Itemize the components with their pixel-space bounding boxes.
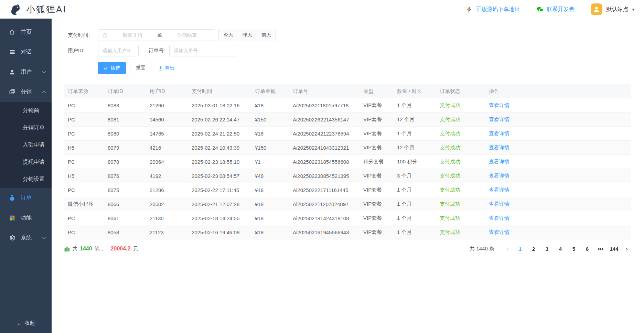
cell-amount: ¥18: [251, 183, 289, 197]
cell-action: 查看详情: [485, 141, 631, 155]
cell-order-id: 8058: [104, 225, 146, 239]
day-before-button[interactable]: 前天: [257, 29, 276, 41]
pagination-ellipsis[interactable]: •••: [595, 246, 606, 252]
sidebar-item-user[interactable]: 用户: [0, 62, 52, 82]
cell-source: PC: [64, 98, 104, 112]
view-detail-link[interactable]: 查看详情: [489, 187, 509, 193]
submenu-item[interactable]: 入驻申请: [0, 136, 52, 153]
sidebar-item-chat[interactable]: 对话: [0, 42, 52, 62]
pagination-next-button[interactable]: ›: [622, 246, 631, 252]
sidebar-item-feature[interactable]: 功能: [0, 208, 52, 228]
pagination-pages: 123456•••144: [515, 246, 619, 252]
cell-type: VIP套餐: [360, 141, 394, 155]
view-detail-link[interactable]: 查看详情: [489, 201, 509, 207]
cell-quantity: 3 个月: [394, 169, 436, 183]
view-detail-link[interactable]: 查看详情: [489, 102, 509, 108]
view-detail-link[interactable]: 查看详情: [489, 130, 509, 136]
sidebar-item-label: 用户: [21, 68, 32, 76]
clock-icon: [103, 33, 108, 38]
cell-quantity: 1 个月: [394, 127, 436, 141]
view-detail-link[interactable]: 查看详情: [489, 144, 509, 150]
user-icon: [9, 69, 15, 75]
pay-time-label: 支付时间:: [68, 32, 93, 39]
filter-button[interactable]: 筛选: [98, 62, 126, 74]
cell-source: H5: [64, 141, 104, 155]
submenu-item[interactable]: 分销设置: [0, 171, 52, 188]
cell-action: 查看详情: [485, 155, 631, 169]
order-table: 订单来源 订单ID 用户ID 支付时间 订单金额 订单号 类型 数量 / 时长 …: [64, 84, 631, 239]
view-detail-link[interactable]: 查看详情: [489, 173, 509, 179]
pagination-prev-button[interactable]: ‹: [503, 246, 512, 252]
cell-order-no: Ai202502230854521395: [289, 169, 360, 183]
view-detail-link[interactable]: 查看详情: [489, 159, 509, 164]
collapse-sidebar-button[interactable]: ← 收起: [0, 313, 52, 333]
stats-amount-unit: 元: [133, 246, 138, 252]
cell-pay-time: 2025-03-01 18:02:16: [188, 98, 251, 112]
source-code-label: 正版源码下单地址: [476, 6, 520, 13]
filter-row-paytime: 支付时间: 至 今天 昨天 前天: [68, 29, 631, 41]
sidebar-item-label: 首页: [21, 29, 32, 36]
cell-amount: ¥150: [251, 112, 289, 127]
submenu-item[interactable]: 提现申请: [0, 153, 52, 171]
cell-status: 支付成功: [436, 98, 485, 112]
sidebar-item-system[interactable]: 系统: [0, 228, 52, 248]
cell-user-id: 21123: [146, 225, 188, 239]
order-stats: 共 1440 笔， 20004.2 元: [64, 246, 138, 252]
cell-order-id: 8075: [104, 183, 146, 197]
cell-type: VIP套餐: [360, 225, 394, 239]
submenu-item[interactable]: 分销订单: [0, 119, 52, 136]
pagination-page-2[interactable]: 2: [528, 246, 539, 252]
cell-type: 积分套餐: [360, 155, 394, 169]
source-code-link[interactable]: 正版源码下单地址: [465, 6, 520, 13]
cell-user-id: 4192: [146, 169, 188, 183]
cell-order-id: 8078: [104, 155, 146, 169]
site-selector[interactable]: 默认站点 ▾: [591, 3, 634, 15]
view-detail-link[interactable]: 查看详情: [489, 116, 509, 122]
stats-count: 1440: [80, 246, 92, 252]
order-no-input[interactable]: [169, 45, 238, 56]
contact-developer-link[interactable]: 联系开发者: [536, 6, 574, 13]
user-id-input[interactable]: [98, 45, 139, 56]
cell-user-id: 4216: [146, 141, 188, 155]
submenu-item[interactable]: 分销商: [0, 102, 52, 119]
pagination: 共 1440 条 ‹ 123456•••144 ›: [470, 246, 631, 252]
cell-user-id: 21260: [146, 98, 188, 112]
cell-type: VIP套餐: [360, 98, 394, 112]
view-detail-link[interactable]: 查看详情: [489, 215, 509, 221]
sidebar-item-home[interactable]: 首页: [0, 22, 52, 42]
col-action: 操作: [485, 84, 631, 98]
pagination-page-1[interactable]: 1: [515, 246, 525, 252]
pagination-page-4[interactable]: 4: [555, 246, 566, 252]
sidebar-item-distribution[interactable]: 分销: [0, 82, 52, 102]
time-end-input[interactable]: [164, 32, 211, 38]
date-range-separator: 至: [158, 32, 162, 38]
col-quantity: 数量 / 时长: [394, 84, 436, 98]
chevron-down-icon: [42, 236, 46, 239]
pagination-page-144[interactable]: 144: [609, 246, 619, 252]
caret-down-icon: ▾: [632, 7, 634, 12]
view-detail-link[interactable]: 查看详情: [489, 229, 509, 235]
cell-user-id: 21286: [146, 183, 188, 197]
pagination-page-3[interactable]: 3: [542, 246, 552, 252]
order-no-label: 订单号:: [148, 47, 165, 54]
today-button[interactable]: 今天: [219, 29, 238, 41]
cell-order-no: Ai202502211207024897: [289, 197, 360, 211]
cell-order-no: Ai202502242122376594: [289, 127, 360, 141]
yesterday-button[interactable]: 昨天: [238, 29, 257, 41]
reset-button[interactable]: 重置: [130, 62, 151, 74]
pagination-page-6[interactable]: 6: [582, 246, 592, 252]
cell-status: 支付成功: [436, 127, 485, 141]
site-name: 默认站点: [606, 6, 628, 13]
cell-source: PC: [64, 183, 104, 197]
date-range-picker[interactable]: 至: [98, 29, 215, 41]
cell-order-id: 8079: [104, 141, 146, 155]
cell-pay-time: 2025-02-18 14:24:55: [188, 211, 251, 225]
cell-order-no: Ai202502262214356147: [289, 112, 360, 127]
pagination-page-5[interactable]: 5: [569, 246, 579, 252]
cell-action: 查看详情: [485, 211, 631, 225]
check-icon: [104, 66, 108, 70]
sidebar-item-order[interactable]: 订单: [0, 188, 52, 208]
lightning-icon: [465, 6, 473, 13]
export-link[interactable]: 导出: [158, 65, 174, 71]
time-start-input[interactable]: [109, 32, 156, 38]
